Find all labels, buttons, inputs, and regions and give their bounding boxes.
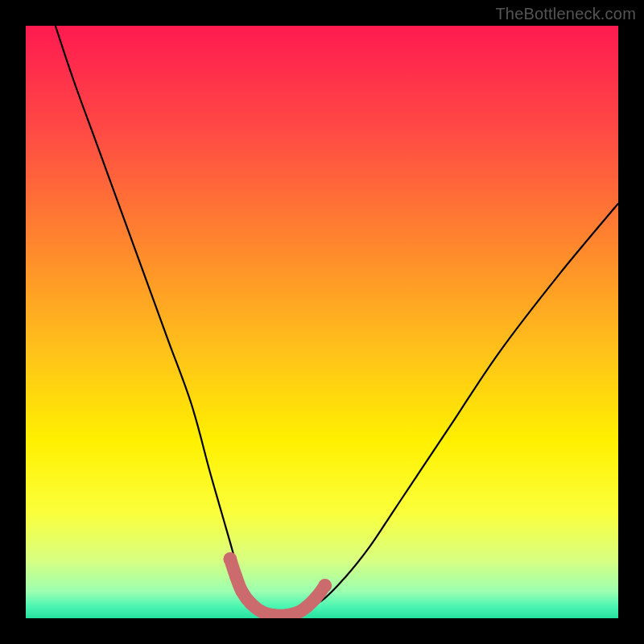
chart-frame: TheBottleneck.com (0, 0, 644, 644)
optimal-range-dot (223, 552, 237, 566)
plot-area (26, 26, 618, 618)
bottleneck-curve (56, 26, 618, 616)
optimal-range-dot (236, 585, 249, 598)
curve-layer (26, 26, 618, 618)
optimal-range-dot (229, 570, 242, 583)
optimal-range-dot (310, 591, 323, 604)
optimal-range-dot (256, 606, 269, 618)
watermark-text: TheBottleneck.com (495, 5, 636, 23)
optimal-range-dot (318, 579, 332, 592)
optimal-range-dot (245, 597, 258, 610)
optimal-range-markers (223, 552, 332, 618)
